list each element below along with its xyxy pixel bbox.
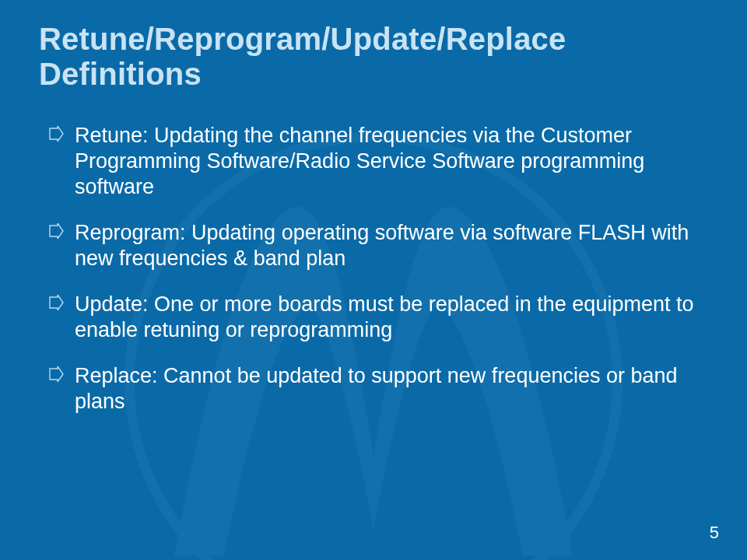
list-item: Replace: Cannot be updated to support ne… <box>48 363 708 415</box>
list-item: Retune: Updating the channel frequencies… <box>48 123 708 200</box>
list-item-text: Update: One or more boards must be repla… <box>75 292 693 341</box>
slide: Retune/Reprogram/Update/Replace Definiti… <box>0 0 747 560</box>
arrow-bullet-icon <box>48 366 64 382</box>
list-item: Reprogram: Updating operating software v… <box>48 220 708 271</box>
arrow-bullet-icon <box>48 295 64 310</box>
list-item-text: Retune: Updating the channel frequencies… <box>75 124 644 198</box>
arrow-bullet-icon <box>48 223 64 239</box>
arrow-bullet-icon <box>48 126 64 142</box>
bullet-list: Retune: Updating the channel frequencies… <box>48 123 708 434</box>
list-item: Update: One or more boards must be repla… <box>48 292 708 343</box>
list-item-text: Replace: Cannot be updated to support ne… <box>75 364 678 413</box>
slide-title: Retune/Reprogram/Update/Replace Definiti… <box>39 22 716 92</box>
page-number: 5 <box>710 523 719 543</box>
list-item-text: Reprogram: Updating operating software v… <box>75 221 689 270</box>
